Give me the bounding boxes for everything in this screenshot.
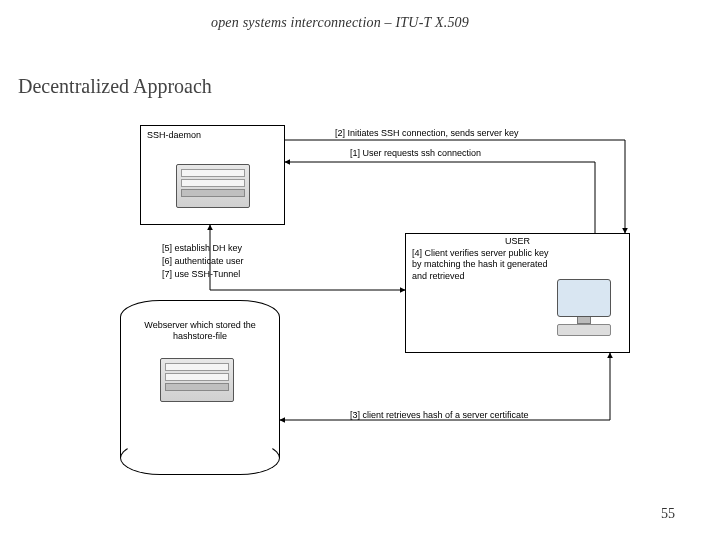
ssh-daemon-label: SSH-daemon xyxy=(147,130,201,141)
step-3-label: [3] client retrieves hash of a server ce… xyxy=(350,410,529,421)
page-number: 55 xyxy=(661,506,675,522)
pc-icon xyxy=(549,279,619,334)
page-header: open systems interconnection – ITU-T X.5… xyxy=(0,15,680,31)
user-label: USER xyxy=(406,236,629,247)
server-icon xyxy=(176,164,250,208)
box-user: USER [4] Client verifies server public k… xyxy=(405,233,630,353)
webserver-label: Webserver which stored the hashstore-fil… xyxy=(135,320,265,343)
step-6-label: [6] authenticate user xyxy=(162,256,244,267)
page-title: Decentralized Approach xyxy=(18,75,212,98)
step-7-label: [7] use SSH-Tunnel xyxy=(162,269,240,280)
user-note: [4] Client verifies server public key by… xyxy=(412,248,557,282)
webserver-icon xyxy=(160,358,234,402)
box-ssh-daemon: SSH-daemon xyxy=(140,125,285,225)
step-5-label: [5] establish DH key xyxy=(162,243,242,254)
step-2-label: [2] Initiates SSH connection, sends serv… xyxy=(335,128,519,139)
diagram-canvas: SSH-daemon [2] Initiates SSH connection,… xyxy=(140,120,640,490)
step-1-label: [1] User requests ssh connection xyxy=(350,148,481,159)
